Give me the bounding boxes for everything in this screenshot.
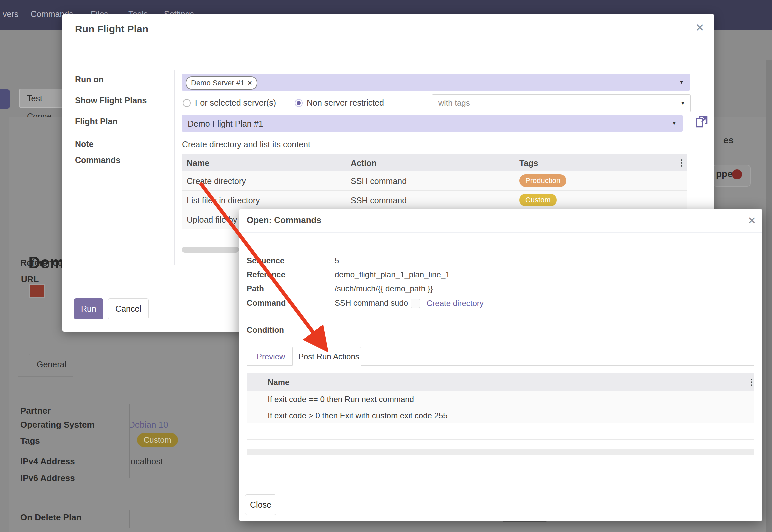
table-row-empty	[247, 423, 754, 440]
modal-header-divider	[239, 232, 762, 233]
radio-non-server-restricted-label: Non server restricted	[307, 98, 384, 108]
reference-value: demo_flight_plan_1_plan_line_1	[335, 270, 450, 279]
tab-general-label: General	[37, 360, 66, 369]
tabbar-divider	[18, 376, 73, 377]
table-row[interactable]: If exit code == 0 then Run next command	[247, 391, 754, 407]
toolbar-divider	[0, 110, 63, 110]
chevron-down-icon: ▾	[680, 78, 683, 86]
reference-label: Reference	[247, 270, 285, 279]
sequence-value: 5	[335, 256, 339, 265]
tab-preview[interactable]: Preview	[257, 352, 285, 361]
close-icon[interactable]: ✕	[748, 215, 756, 226]
cell-action: SSH command	[351, 196, 407, 205]
table-scrollbar[interactable]	[182, 247, 239, 253]
modal-title: Open: Commands	[247, 215, 321, 225]
nav-item-servers[interactable]: vers	[3, 9, 18, 19]
commands-label: Commands	[75, 155, 120, 165]
column-separator	[347, 154, 347, 171]
flight-plan-label: Flight Plan	[75, 117, 118, 126]
app-root: vers Commands Files Tools Settings Test …	[0, 0, 772, 532]
modal-footer-divider	[239, 485, 762, 485]
on-delete-plan-label: On Delete Plan	[20, 512, 82, 523]
label-column-divider	[331, 255, 331, 316]
create-directory-link[interactable]: Create directory	[427, 299, 484, 308]
external-link-icon[interactable]	[694, 114, 709, 129]
col-action-header: Action	[351, 158, 377, 168]
test-connection-button[interactable]: Test Conne	[19, 89, 69, 108]
tag-badge-production: Production	[519, 174, 566, 187]
right-text-fragment: es	[723, 135, 734, 146]
with-tags-select[interactable]: ▾	[432, 94, 691, 112]
command-label: Command	[247, 298, 286, 308]
column-separator	[264, 373, 264, 391]
run-on-label: Run on	[75, 75, 104, 84]
flight-plan-value: Demo Flight Plan #1	[188, 119, 263, 129]
field-divider-2	[129, 510, 130, 528]
radio-for-selected-servers[interactable]	[183, 99, 191, 107]
condition-label: Condition	[247, 325, 284, 335]
server-color-swatch[interactable]	[29, 284, 45, 298]
field-divider	[129, 404, 130, 478]
page-scrollbar[interactable]	[766, 60, 772, 532]
status-dot-icon	[732, 169, 742, 179]
tag-badge-custom: Custom	[519, 194, 557, 206]
sequence-label: Sequence	[247, 256, 284, 265]
ipv4-value: localhost	[129, 456, 163, 467]
server-tag-label: Demo Server #1	[191, 79, 244, 87]
server-tag-pill[interactable]: Demo Server #1 ✕	[186, 76, 257, 90]
radio-non-server-restricted[interactable]	[295, 99, 303, 107]
reference-label: Reference	[20, 258, 62, 268]
close-button[interactable]: Close	[245, 494, 276, 515]
path-value: /such/much/{{ demo_path }}	[335, 284, 433, 293]
condition-divider	[331, 322, 331, 341]
note-label: Note	[75, 139, 94, 149]
cell-name: Create directory	[187, 176, 246, 186]
chevron-down-icon: ▾	[673, 119, 676, 127]
table-row[interactable]: List files in directory SSH command Cust…	[182, 191, 687, 210]
table-scrollbar[interactable]	[247, 449, 754, 455]
tag-badge-custom-dimmed: Custom	[137, 433, 178, 447]
col-name-header: Name	[187, 158, 209, 168]
partner-label: Partner	[20, 406, 51, 416]
label-column-divider	[174, 70, 175, 265]
commands-table-header	[182, 154, 687, 171]
table-row[interactable]: Create directory SSH command Production	[182, 171, 687, 191]
cell-name: If exit code > 0 then Exit with custom e…	[268, 411, 448, 420]
post-run-table-header	[247, 373, 754, 391]
path-label: Path	[247, 284, 264, 293]
table-row[interactable]: If exit code > 0 then Exit with custom e…	[247, 407, 754, 423]
modal-header-divider	[62, 46, 714, 46]
sudo-checkbox[interactable]	[411, 299, 420, 308]
cell-name: If exit code == 0 then Run next command	[268, 395, 414, 404]
show-flight-plans-label: Show Flight Plans	[75, 96, 147, 105]
tag-remove-icon[interactable]: ✕	[247, 80, 252, 87]
chevron-down-icon: ▾	[681, 99, 684, 107]
os-value-link[interactable]: Debian 10	[129, 420, 168, 430]
toolbar-primary-button-fragment[interactable]	[0, 89, 10, 109]
tab-post-run-actions-label: Post Run Actions	[298, 352, 359, 361]
open-commands-modal: Open: Commands ✕ Sequence 5 Reference de…	[239, 209, 762, 521]
table-options-icon[interactable]: ⋮	[747, 377, 756, 387]
command-value: SSH command sudo	[335, 298, 408, 308]
run-button[interactable]: Run	[74, 298, 103, 319]
table-options-icon[interactable]: ⋮	[677, 158, 686, 168]
col-name-header: Name	[268, 378, 289, 387]
col-tags-header: Tags	[519, 158, 538, 168]
close-icon[interactable]: ✕	[695, 21, 704, 34]
radio-for-selected-servers-label: For selected server(s)	[195, 98, 276, 108]
modal-footer-divider	[62, 284, 239, 284]
note-value: Create directory and list its content	[182, 140, 310, 149]
run-on-multiselect[interactable]: ▾	[182, 74, 690, 91]
right-divider-fragment	[714, 154, 772, 154]
cancel-button[interactable]: Cancel	[108, 298, 149, 319]
tags-label: Tags	[20, 436, 40, 446]
with-tags-placeholder: with tags	[438, 98, 470, 108]
os-label: Operating System	[20, 420, 95, 430]
modal-title: Run Flight Plan	[75, 23, 148, 35]
cell-name: Upload file by	[187, 215, 237, 225]
url-label: URL	[21, 274, 39, 285]
ipv4-label: IPv4 Address	[20, 456, 75, 467]
cell-action: SSH command	[351, 176, 407, 186]
ipv6-label: IPv6 Address	[20, 473, 75, 483]
cell-name: List files in directory	[187, 196, 260, 205]
